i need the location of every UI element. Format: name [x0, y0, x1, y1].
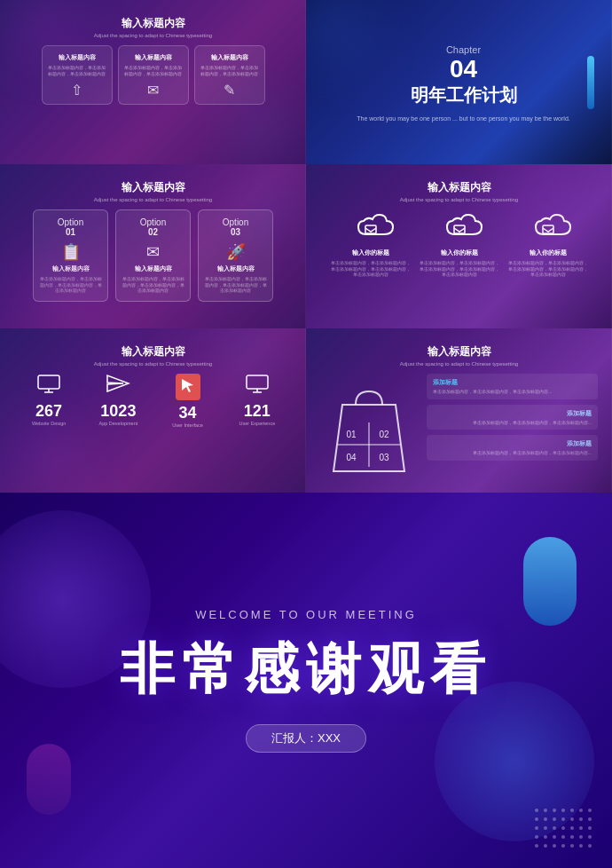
- svg-point-31: [535, 826, 538, 830]
- svg-point-29: [579, 817, 583, 821]
- accent-bar-left: [27, 744, 71, 815]
- panel6-subtitle: Adjust the spacing to adapt to Chinese t…: [320, 361, 598, 367]
- cloud2-text: 单击添加标题内容，单击添加标题内容，单击添加标题内容，单击添加标题内容，单击添加…: [420, 260, 499, 278]
- panel3-subtitle: Adjust the spacing to adapt to Chinese t…: [14, 197, 292, 202]
- panel4-subtitle: Adjust the spacing to adapt to Chinese t…: [320, 197, 598, 202]
- svg-point-37: [588, 826, 592, 830]
- cloud-item-3: 输入你的标题 单击添加标题内容，单击添加标题内容，单击添加标题内容，单击添加标题…: [508, 209, 588, 278]
- svg-point-35: [570, 826, 574, 830]
- main-container: 输入标题内容 Adjust the spacing to adapt to Ch…: [0, 0, 612, 868]
- stat-3: 34 User Interface: [154, 374, 221, 428]
- panel3-title: 输入标题内容: [14, 180, 292, 195]
- panel5-title: 输入标题内容: [14, 344, 292, 359]
- svg-text:04: 04: [346, 453, 357, 462]
- option2-label: Option: [122, 217, 184, 227]
- option2-num: 02: [122, 227, 184, 237]
- panel1-title: 输入标题内容: [14, 16, 292, 31]
- svg-point-46: [544, 844, 547, 848]
- svg-point-33: [553, 826, 556, 830]
- puzzle-item3-title: 添加标题: [433, 439, 592, 448]
- cloud2-title: 输入你的标题: [420, 249, 499, 257]
- bottom-section: WELCOME TO OUR MEETING 非常感谢观看 汇报人：XXX: [0, 493, 612, 868]
- accent-bar: [587, 56, 594, 109]
- panel-4: 输入标题内容 Adjust the spacing to adapt to Ch…: [306, 164, 612, 328]
- panel1-cards: 输入标题内容 单击添加标题内容，单击添加标题内容，单击添加标题内容 ⇧ 输入标题…: [14, 45, 292, 105]
- svg-rect-3: [38, 375, 59, 389]
- chapter-content: Chapter 04 明年工作计划 The world you may be o…: [320, 16, 598, 152]
- pencil-icon: ✎: [200, 82, 259, 99]
- svg-point-18: [544, 809, 547, 812]
- option1-icon: 📋: [39, 242, 102, 262]
- svg-point-41: [561, 835, 565, 839]
- svg-point-38: [535, 835, 538, 839]
- cloud-icon-1: [344, 209, 397, 245]
- svg-point-26: [553, 817, 556, 821]
- svg-point-50: [579, 844, 583, 848]
- puzzle-item1-text: 单击添加标题内容，单击添加标题内容，单击添加标题内容...: [433, 389, 592, 395]
- card2-title: 输入标题内容: [124, 53, 183, 62]
- stat1-label: Website Design: [16, 421, 82, 426]
- svg-point-44: [588, 835, 592, 839]
- svg-point-24: [535, 817, 538, 821]
- card3-text: 单击添加标题内容，单击添加标题内容，单击添加标题内容: [200, 65, 259, 76]
- svg-point-21: [570, 809, 574, 812]
- stat3-label: User Interface: [154, 422, 221, 428]
- panel4-title: 输入标题内容: [320, 180, 598, 195]
- panel5-subtitle: Adjust the spacing to adapt to Chinese t…: [14, 361, 292, 367]
- monitor-icon-2: [224, 374, 290, 398]
- svg-point-25: [544, 817, 547, 821]
- card1-text: 单击添加标题内容，单击添加标题内容，单击添加标题内容: [48, 65, 106, 76]
- svg-point-47: [553, 844, 556, 848]
- chapter-desc: The world you may be one person ... but …: [329, 114, 598, 123]
- stat2-label: App Development: [85, 421, 152, 426]
- svg-point-42: [570, 835, 574, 839]
- cloud1-title: 输入你的标题: [331, 249, 411, 257]
- stat2-num: 1023: [85, 402, 152, 421]
- reporter-badge: 汇报人：XXX: [246, 724, 366, 753]
- cloud-item-1: 输入你的标题 单击添加标题内容，单击添加标题内容，单击添加标题内容，单击添加标题…: [331, 209, 411, 278]
- puzzle-item-3: 添加标题 单击添加标题内容，单击添加标题内容，单击添加标题内容...: [427, 435, 598, 461]
- panel-6: 输入标题内容 Adjust the spacing to adapt to Ch…: [306, 328, 612, 493]
- puzzle-content: 01 02 03 04 添加标题 单击添加标题内容，单击添加标题内容，单击添加标…: [320, 374, 598, 471]
- option3-num: 03: [204, 227, 267, 237]
- cloud3-text: 单击添加标题内容，单击添加标题内容，单击添加标题内容，单击添加标题内容，单击添加…: [508, 260, 588, 278]
- option-1: Option 01 📋 输入标题内容 单击添加标题内容，单击添加标题内容，单击添…: [33, 209, 108, 302]
- option3-text: 单击添加标题内容，单击添加标题内容，单击添加标题内容，单击添加标题内容: [204, 276, 267, 294]
- svg-point-45: [535, 844, 538, 848]
- svg-point-48: [561, 844, 565, 848]
- svg-point-39: [544, 835, 547, 839]
- stat-1: 267 Website Design: [16, 374, 82, 428]
- option1-num: 01: [39, 227, 102, 237]
- puzzle-item-2: 添加标题 单击添加标题内容，单击添加标题内容，单击添加标题内容...: [427, 405, 598, 430]
- paper-plane-icon: [85, 374, 152, 398]
- cloud-icons-container: 输入你的标题 单击添加标题内容，单击添加标题内容，单击添加标题内容，单击添加标题…: [320, 209, 598, 278]
- stat4-label: User Experience: [224, 421, 290, 426]
- card2-text: 单击添加标题内容，单击添加标题内容，单击添加标题内容: [124, 65, 183, 76]
- puzzle-item-1: 添加标题 单击添加标题内容，单击添加标题内容，单击添加标题内容...: [427, 374, 598, 399]
- chapter-num: 04: [329, 55, 598, 83]
- svg-point-40: [553, 835, 556, 839]
- cloud1-text: 单击添加标题内容，单击添加标题内容，单击添加标题内容，单击添加标题内容，单击添加…: [331, 260, 411, 278]
- welcome-text: WELCOME TO OUR MEETING: [195, 608, 417, 621]
- svg-point-49: [570, 844, 574, 848]
- puzzle-svg: 01 02 03 04: [320, 374, 418, 480]
- svg-text:03: 03: [379, 453, 389, 462]
- stat-2: 1023 App Development: [85, 374, 152, 428]
- cursor-icon: [176, 374, 200, 400]
- option1-title: 输入标题内容: [39, 265, 102, 273]
- svg-marker-6: [107, 375, 129, 391]
- options-container: Option 01 📋 输入标题内容 单击添加标题内容，单击添加标题内容，单击添…: [14, 209, 292, 302]
- cloud-icon-3: [522, 209, 575, 245]
- accent-bar-right: [523, 537, 577, 626]
- panel6-title: 输入标题内容: [320, 344, 598, 359]
- card-2: 输入标题内容 单击添加标题内容，单击添加标题内容，单击添加标题内容 ✉: [118, 45, 189, 105]
- svg-point-20: [561, 809, 565, 812]
- card1-title: 输入标题内容: [48, 53, 106, 62]
- option-3: Option 03 🚀 输入标题内容 单击添加标题内容，单击添加标题内容，单击添…: [198, 209, 273, 302]
- svg-point-34: [561, 826, 565, 830]
- stat-4: 121 User Experience: [224, 374, 290, 428]
- stats-container: 267 Website Design 1023 App Development …: [14, 374, 292, 428]
- svg-point-22: [579, 809, 583, 812]
- card3-title: 输入标题内容: [200, 53, 259, 62]
- option1-label: Option: [39, 217, 102, 227]
